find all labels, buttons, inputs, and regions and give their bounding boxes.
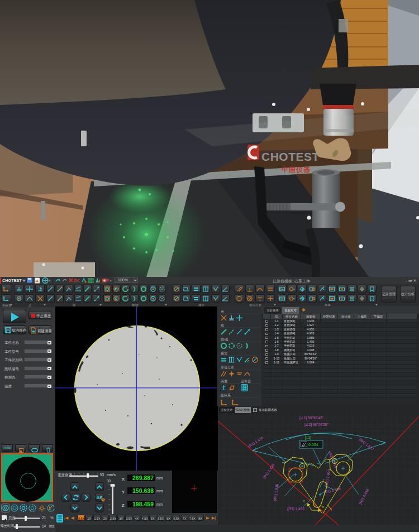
svg-text:高度: 高度 — [221, 379, 227, 384]
svg-text:Y: Y — [303, 500, 305, 503]
svg-text:线: 线 — [221, 324, 224, 327]
svg-text:点: 点 — [221, 310, 224, 313]
svg-text:中国仪器: 中国仪器 — [282, 166, 311, 174]
svg-text:0.004: 0.004 — [308, 443, 318, 447]
svg-text:CHOTEST: CHOTEST — [261, 150, 320, 163]
svg-text:[□1]: [□1] — [305, 435, 311, 440]
svg-text:坐标系: 坐标系 — [220, 393, 231, 397]
svg-text:[∠1] 89°59'43": [∠1] 89°59'43" — [299, 416, 323, 420]
svg-text:[∠2] 90°04'26": [∠2] 90°04'26" — [304, 423, 328, 427]
svg-text:(R3) 1.493: (R3) 1.493 — [287, 507, 304, 511]
svg-text:X: X — [322, 505, 324, 509]
svg-text:形位公差: 形位公差 — [221, 366, 234, 369]
svg-text:运算器: 运算器 — [241, 380, 251, 384]
svg-text:相交: 相交 — [221, 351, 227, 356]
svg-text:圆/弧: 圆/弧 — [221, 338, 228, 342]
